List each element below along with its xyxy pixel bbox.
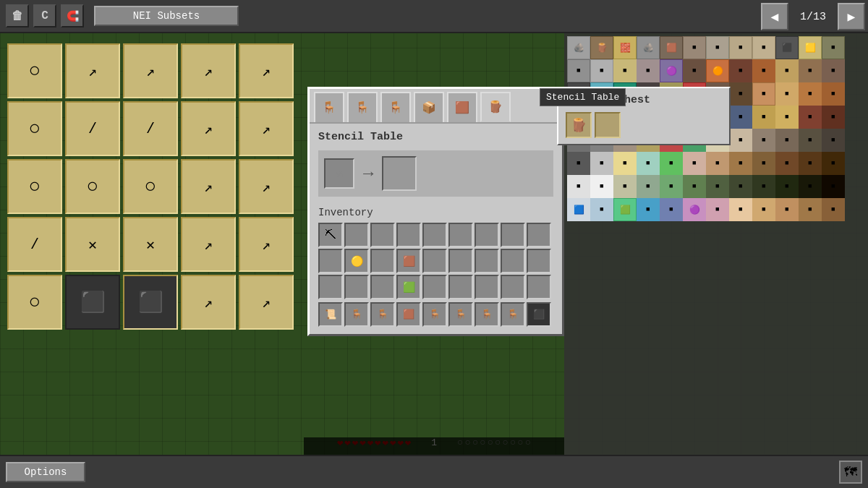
- nei-item[interactable]: ▪: [637, 152, 660, 175]
- nei-item[interactable]: ▪: [822, 106, 845, 129]
- nei-item[interactable]: ▪: [775, 175, 799, 198]
- nei-item[interactable]: 🟩: [613, 198, 637, 221]
- inv-slot-8[interactable]: [501, 223, 525, 247]
- nei-item[interactable]: ▪: [613, 175, 637, 198]
- nei-item[interactable]: 🟠: [706, 59, 729, 82]
- nei-item[interactable]: ▪: [752, 59, 775, 82]
- pattern-slot-1[interactable]: ○: [7, 43, 62, 98]
- nei-item[interactable]: ▪: [637, 198, 660, 221]
- nei-item[interactable]: ▪: [683, 175, 706, 198]
- inv-slot-19[interactable]: [318, 275, 343, 299]
- nei-item[interactable]: ▪: [775, 82, 799, 106]
- pattern-chest-item-1[interactable]: 🪵: [566, 112, 592, 138]
- nei-item[interactable]: ▪: [752, 129, 775, 152]
- inv-slot-14[interactable]: [422, 249, 447, 273]
- inv-slot-3[interactable]: [370, 223, 395, 247]
- nei-item[interactable]: ▪: [729, 129, 752, 152]
- hotbar-slot-4[interactable]: 🟫: [396, 302, 421, 327]
- nei-item[interactable]: ▪: [775, 129, 799, 152]
- tab-2[interactable]: 🪑: [347, 92, 378, 122]
- nei-item[interactable]: 🧱: [613, 36, 637, 59]
- inv-slot-5[interactable]: [422, 223, 447, 247]
- nei-item[interactable]: ▪: [752, 175, 775, 198]
- inv-slot-6[interactable]: [448, 223, 473, 247]
- hotbar-slot-1[interactable]: 📜: [318, 302, 343, 327]
- nei-item[interactable]: 🟦: [567, 198, 590, 221]
- nei-item[interactable]: ▪: [822, 198, 845, 221]
- nei-item[interactable]: ▪: [706, 152, 729, 175]
- nei-item[interactable]: ▪: [729, 198, 752, 221]
- tab-3[interactable]: 🪑: [380, 92, 411, 122]
- nei-item[interactable]: ▪: [590, 59, 613, 82]
- inv-slot-15[interactable]: [448, 249, 473, 273]
- inv-slot-17[interactable]: [501, 249, 525, 273]
- nei-item[interactable]: ▪: [706, 198, 729, 221]
- pattern-slot-7[interactable]: /: [65, 101, 120, 156]
- nei-item[interactable]: ▪: [822, 59, 845, 82]
- nei-item[interactable]: ▪: [775, 106, 799, 129]
- tab-6-stencil[interactable]: 🪵: [480, 92, 511, 122]
- nei-item[interactable]: ▪: [637, 59, 660, 82]
- inv-slot-13[interactable]: 🟫: [396, 249, 421, 273]
- inv-slot-2[interactable]: [344, 223, 369, 247]
- nei-item[interactable]: 🟫: [660, 36, 683, 59]
- inv-slot-4[interactable]: [396, 223, 421, 247]
- pattern-slot-11[interactable]: ○: [7, 159, 62, 214]
- nei-item[interactable]: ▪: [729, 175, 752, 198]
- nei-item[interactable]: ▪: [799, 59, 822, 82]
- hotbar-slot-9[interactable]: ⬛: [527, 302, 551, 327]
- nei-item[interactable]: ▪: [590, 198, 613, 221]
- pattern-slot-21[interactable]: ○: [7, 275, 62, 330]
- pattern-slot-16[interactable]: /: [7, 217, 62, 272]
- nei-item[interactable]: ▪: [706, 175, 729, 198]
- inv-slot-7[interactable]: [475, 223, 499, 247]
- pattern-slot-12[interactable]: ○: [65, 159, 120, 214]
- magnet-button[interactable]: 🧲: [61, 4, 84, 27]
- nei-item[interactable]: ▪: [567, 59, 590, 82]
- tab-4[interactable]: 📦: [414, 92, 444, 122]
- pattern-slot-23[interactable]: ⬛: [123, 275, 178, 330]
- nei-item[interactable]: ▪: [613, 152, 637, 175]
- inv-slot-12[interactable]: [370, 249, 395, 273]
- pattern-slot-24[interactable]: ↗: [181, 275, 236, 330]
- nei-item[interactable]: ▪: [752, 198, 775, 221]
- pattern-slot-2[interactable]: ↗: [65, 43, 120, 98]
- prev-page-button[interactable]: ◀: [761, 3, 788, 30]
- inv-slot-23[interactable]: [422, 275, 447, 299]
- clear-button[interactable]: C: [33, 4, 56, 27]
- nei-item[interactable]: ▪: [660, 198, 683, 221]
- hotbar-slot-6[interactable]: 🪑: [448, 302, 473, 327]
- nei-item[interactable]: ▪: [660, 175, 683, 198]
- nei-item[interactable]: ▪: [729, 106, 752, 129]
- nei-item[interactable]: ▪: [590, 175, 613, 198]
- delete-button[interactable]: 🗑: [6, 4, 29, 27]
- nei-subsets-button[interactable]: NEI Subsets: [94, 6, 239, 26]
- pattern-slot-13[interactable]: ○: [123, 159, 178, 214]
- nei-item[interactable]: ▪: [729, 36, 752, 59]
- nei-item[interactable]: 🪨: [567, 36, 590, 59]
- pattern-slot-19[interactable]: ↗: [181, 217, 236, 272]
- nei-item[interactable]: ⬛: [775, 36, 799, 59]
- nei-item[interactable]: ▪: [683, 36, 706, 59]
- nei-item[interactable]: ▪: [799, 82, 822, 106]
- inv-slot-27[interactable]: [527, 275, 551, 299]
- nei-item[interactable]: 🪵: [590, 36, 613, 59]
- pattern-slot-14[interactable]: ↗: [181, 159, 236, 214]
- nei-item[interactable]: ▪: [660, 152, 683, 175]
- hotbar-slot-7[interactable]: 🪑: [475, 302, 499, 327]
- nei-item[interactable]: ▪: [752, 36, 775, 59]
- nei-item[interactable]: ▪: [729, 59, 752, 82]
- nei-item[interactable]: ▪: [799, 129, 822, 152]
- inv-slot-25[interactable]: [475, 275, 499, 299]
- nei-item[interactable]: ▪: [822, 175, 845, 198]
- nei-item[interactable]: ▪: [752, 82, 775, 106]
- nei-item[interactable]: 🟣: [683, 198, 706, 221]
- inv-slot-18[interactable]: [527, 249, 551, 273]
- nei-item[interactable]: ▪: [799, 198, 822, 221]
- inv-slot-11[interactable]: 🟡: [344, 249, 369, 273]
- inv-slot-20[interactable]: [344, 275, 369, 299]
- pattern-slot-20[interactable]: ↗: [239, 217, 294, 272]
- inv-slot-21[interactable]: [370, 275, 395, 299]
- nei-item[interactable]: ▪: [775, 198, 799, 221]
- nei-item[interactable]: ▪: [822, 129, 845, 152]
